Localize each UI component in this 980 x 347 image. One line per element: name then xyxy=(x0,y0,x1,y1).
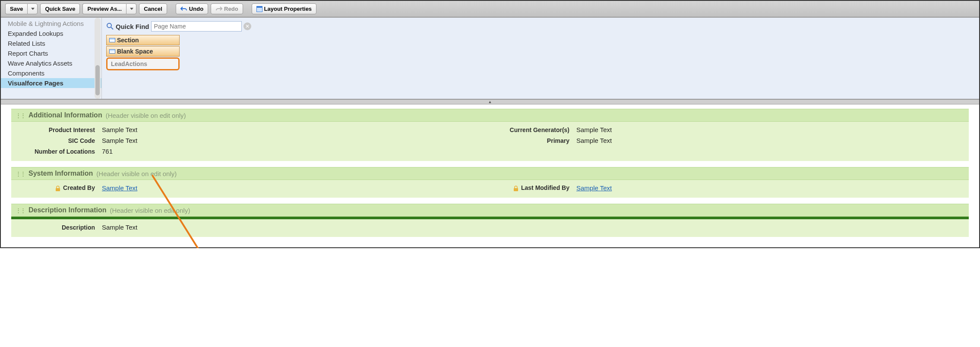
field-value-link[interactable]: Sample Text xyxy=(102,184,137,192)
quick-save-button[interactable]: Quick Save xyxy=(40,3,80,14)
field-value-link[interactable]: Sample Text xyxy=(576,184,612,192)
palette-item[interactable]: Blank Space xyxy=(106,46,180,57)
section-title: System Information xyxy=(28,170,93,177)
sidebar-item[interactable]: Visualforce Pages xyxy=(1,78,101,88)
save-dropdown-button[interactable] xyxy=(27,3,38,14)
field-row[interactable]: Current Generator(s)Sample Text xyxy=(490,124,964,135)
field-value: Sample Text xyxy=(576,184,612,192)
layout-properties-icon xyxy=(256,6,262,12)
toolbar: Save Quick Save Preview As... Cancel Und… xyxy=(1,1,979,17)
palette-category-sidebar: Mobile & Lightning ActionsExpanded Looku… xyxy=(1,18,102,99)
preview-dropdown-button[interactable] xyxy=(126,3,136,14)
sidebar-scrollbar[interactable] xyxy=(95,18,101,99)
palette-item[interactable]: Section xyxy=(106,35,180,45)
field-row[interactable]: DescriptionSample Text xyxy=(16,222,490,233)
field-row[interactable]: PrimarySample Text xyxy=(490,135,964,146)
sidebar-item[interactable]: Mobile & Lightning Actions xyxy=(1,19,101,28)
undo-label: Undo xyxy=(189,6,203,12)
section-hint: (Header visible on edit only) xyxy=(106,112,186,119)
svg-point-0 xyxy=(107,23,111,28)
field-value: Sample Text xyxy=(102,137,137,144)
save-button[interactable]: Save xyxy=(5,3,27,14)
preview-as-button[interactable]: Preview As... xyxy=(82,3,126,14)
field-value: Sample Text xyxy=(102,126,137,133)
section-header[interactable]: ⋮⋮Description Information(Header visible… xyxy=(11,204,969,217)
save-split-button: Save xyxy=(5,3,38,14)
palette-item-label: Section xyxy=(117,37,139,44)
caret-down-icon xyxy=(130,8,133,10)
palette-body: Quick Find ✕ SectionBlank SpaceLeadActio… xyxy=(102,18,979,99)
section-body: Product InterestSample TextSIC CodeSampl… xyxy=(11,122,969,161)
section-column: Created BySample Text xyxy=(16,183,490,193)
redo-icon xyxy=(215,6,222,12)
palette-panel: Mobile & Lightning ActionsExpanded Looku… xyxy=(1,17,979,99)
palette-item-label: Blank Space xyxy=(117,48,153,55)
section-column: DescriptionSample Text xyxy=(16,222,490,233)
field-label: Description xyxy=(16,224,102,231)
sidebar-item[interactable]: Report Charts xyxy=(1,48,101,58)
field-label: Last Modified By xyxy=(490,184,576,191)
section-header[interactable]: ⋮⋮Additional Information(Header visible … xyxy=(11,109,969,122)
caret-down-icon xyxy=(31,8,35,10)
field-row[interactable]: SIC CodeSample Text xyxy=(16,135,490,146)
field-row[interactable]: Number of Locations761 xyxy=(16,146,490,157)
layout-canvas-wrap: ⋮⋮Additional Information(Header visible … xyxy=(1,104,979,247)
lock-icon xyxy=(55,186,60,192)
redo-label: Redo xyxy=(224,6,238,12)
palette-collapse-handle[interactable]: ▲ xyxy=(1,99,979,104)
drag-handle-icon[interactable]: ⋮⋮ xyxy=(16,170,25,177)
sidebar-item[interactable]: Components xyxy=(1,68,101,78)
layout-editor-window: Save Quick Save Preview As... Cancel Und… xyxy=(0,0,980,248)
field-label: Current Generator(s) xyxy=(490,126,576,133)
search-icon xyxy=(106,22,114,30)
quick-find-bar: Quick Find ✕ xyxy=(106,21,975,32)
sidebar-item[interactable]: Expanded Lookups xyxy=(1,28,101,38)
lock-icon xyxy=(513,186,518,192)
field-label: SIC Code xyxy=(16,137,102,144)
preview-split-button: Preview As... xyxy=(82,3,136,14)
palette-item-dragging[interactable]: LeadActions xyxy=(106,57,180,70)
section-title: Description Information xyxy=(28,206,106,214)
quick-find-label: Quick Find xyxy=(116,23,149,30)
field-value: 761 xyxy=(102,148,113,155)
field-value: Sample Text xyxy=(576,137,612,144)
section-header[interactable]: ⋮⋮System Information(Header visible on e… xyxy=(11,167,969,180)
section-title: Additional Information xyxy=(28,111,102,119)
section-hint: (Header visible on edit only) xyxy=(96,170,177,177)
field-value: Sample Text xyxy=(102,224,137,231)
field-row[interactable]: Last Modified BySample Text xyxy=(490,183,964,193)
section-body: Created BySample TextLast Modified BySam… xyxy=(11,180,969,198)
layout-properties-button[interactable]: Layout Properties xyxy=(252,3,317,14)
section-icon xyxy=(109,49,115,54)
section-body: DescriptionSample Text xyxy=(11,219,969,237)
svg-rect-3 xyxy=(514,188,518,191)
scrollbar-thumb[interactable] xyxy=(95,65,100,95)
palette-item-label: LeadActions xyxy=(111,60,147,67)
quick-find-clear-button[interactable]: ✕ xyxy=(243,22,251,30)
redo-button[interactable]: Redo xyxy=(211,3,243,14)
palette-items: SectionBlank SpaceLeadActions xyxy=(106,35,180,71)
field-row[interactable]: Created BySample Text xyxy=(16,183,490,193)
svg-line-1 xyxy=(111,27,113,29)
quick-find-input[interactable] xyxy=(151,21,242,32)
layout-section: ⋮⋮Description Information(Header visible… xyxy=(11,204,969,237)
field-row[interactable]: Product InterestSample Text xyxy=(16,124,490,135)
section-hint: (Header visible on edit only) xyxy=(110,207,190,214)
field-value: Sample Text xyxy=(576,126,612,133)
section-column: Current Generator(s)Sample TextPrimarySa… xyxy=(490,124,964,157)
layout-section: ⋮⋮Additional Information(Header visible … xyxy=(11,109,969,161)
sidebar-item[interactable]: Related Lists xyxy=(1,38,101,48)
field-label: Product Interest xyxy=(16,126,102,133)
section-icon xyxy=(109,38,115,42)
undo-button[interactable]: Undo xyxy=(176,3,208,14)
section-column: Product InterestSample TextSIC CodeSampl… xyxy=(16,124,490,157)
undo-icon xyxy=(180,6,187,12)
svg-rect-2 xyxy=(56,188,60,191)
drag-handle-icon[interactable]: ⋮⋮ xyxy=(16,112,25,119)
section-column: Last Modified BySample Text xyxy=(490,183,964,193)
drag-handle-icon[interactable]: ⋮⋮ xyxy=(16,207,25,214)
cancel-button[interactable]: Cancel xyxy=(139,3,167,14)
field-label: Created By xyxy=(16,184,102,191)
layout-canvas: ⋮⋮Additional Information(Header visible … xyxy=(1,104,979,247)
sidebar-item[interactable]: Wave Analytics Assets xyxy=(1,58,101,68)
